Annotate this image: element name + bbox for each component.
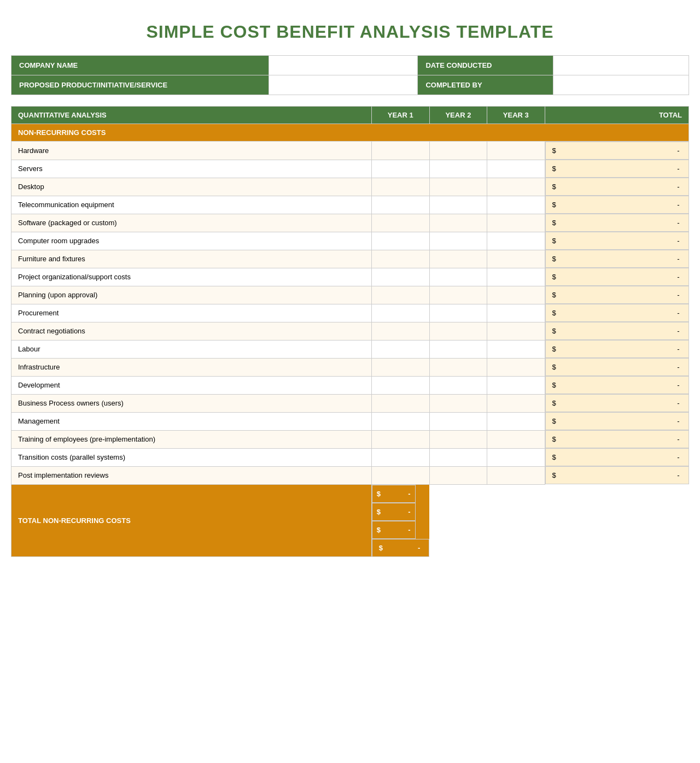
row-year1[interactable] <box>371 196 429 214</box>
dollar-sign: $ <box>379 544 383 552</box>
row-year2[interactable] <box>429 142 487 160</box>
dollar-sign: $ <box>552 453 556 461</box>
dollar-sign: $ <box>377 490 381 498</box>
row-year3[interactable] <box>487 358 545 376</box>
row-year1[interactable] <box>371 340 429 358</box>
row-label: Business Process owners (users) <box>11 394 372 412</box>
row-year2[interactable] <box>429 322 487 340</box>
row-year3[interactable] <box>487 160 545 178</box>
row-year1[interactable] <box>371 376 429 394</box>
row-year1[interactable] <box>371 250 429 268</box>
table-row: Desktop$- <box>11 178 689 196</box>
company-name-value[interactable] <box>269 56 418 75</box>
proposed-value[interactable] <box>269 75 418 95</box>
total-value: - <box>677 417 679 425</box>
row-year3[interactable] <box>487 250 545 268</box>
row-year2[interactable] <box>429 214 487 232</box>
row-year2[interactable] <box>429 340 487 358</box>
row-year1[interactable] <box>371 214 429 232</box>
dollar-sign: $ <box>552 399 556 407</box>
row-year2[interactable] <box>429 376 487 394</box>
table-row: Software (packaged or custom)$- <box>11 214 689 232</box>
total-value: - <box>677 381 679 389</box>
row-label: Project organizational/support costs <box>11 268 372 286</box>
row-year3[interactable] <box>487 430 545 448</box>
row-year3[interactable] <box>487 178 545 196</box>
row-total: $- <box>545 304 689 322</box>
dollar-sign: $ <box>377 508 381 516</box>
row-year1[interactable] <box>371 448 429 466</box>
total-value: - <box>677 435 679 443</box>
row-label: Development <box>11 376 372 394</box>
row-year2[interactable] <box>429 178 487 196</box>
row-year1[interactable] <box>371 412 429 430</box>
row-year3[interactable] <box>487 448 545 466</box>
table-row: Servers$- <box>11 160 689 178</box>
row-year2[interactable] <box>429 448 487 466</box>
row-year3[interactable] <box>487 196 545 214</box>
row-year2[interactable] <box>429 232 487 250</box>
row-year1[interactable] <box>371 358 429 376</box>
total-non-recurring-row: TOTAL NON-RECURRING COSTS$-$-$-$- <box>11 484 689 557</box>
total-year2: $- <box>372 503 416 521</box>
row-total: $- <box>545 160 689 178</box>
row-label: Procurement <box>11 304 372 322</box>
row-year2[interactable] <box>429 196 487 214</box>
row-total: $- <box>545 430 689 448</box>
row-year1[interactable] <box>371 304 429 322</box>
row-year3[interactable] <box>487 214 545 232</box>
row-year1[interactable] <box>371 232 429 250</box>
row-year2[interactable] <box>429 286 487 304</box>
row-year1[interactable] <box>371 268 429 286</box>
row-year2[interactable] <box>429 466 487 484</box>
table-row: Furniture and fixtures$- <box>11 250 689 268</box>
row-year3[interactable] <box>487 340 545 358</box>
row-year2[interactable] <box>429 250 487 268</box>
dollar-sign: $ <box>377 526 381 534</box>
row-year3[interactable] <box>487 232 545 250</box>
row-year3[interactable] <box>487 304 545 322</box>
row-label: Infrastructure <box>11 358 372 376</box>
date-conducted-value[interactable] <box>553 56 689 75</box>
row-year3[interactable] <box>487 286 545 304</box>
grand-total: $- <box>372 539 430 557</box>
row-year3[interactable] <box>487 268 545 286</box>
table-row: Planning (upon approval)$- <box>11 286 689 304</box>
dollar-sign: $ <box>552 183 556 191</box>
grand-total-val: - <box>418 544 420 552</box>
table-row: Management$- <box>11 412 689 430</box>
table-row: Procurement$- <box>11 304 689 322</box>
row-year2[interactable] <box>429 304 487 322</box>
row-year3[interactable] <box>487 412 545 430</box>
completed-by-label: COMPLETED BY <box>418 75 553 95</box>
row-year3[interactable] <box>487 394 545 412</box>
row-year2[interactable] <box>429 358 487 376</box>
table-row: Development$- <box>11 376 689 394</box>
table-row: Training of employees (pre-implementatio… <box>11 430 689 448</box>
row-year2[interactable] <box>429 412 487 430</box>
row-year1[interactable] <box>371 142 429 160</box>
row-year3[interactable] <box>487 322 545 340</box>
total-value: - <box>677 201 679 209</box>
row-year1[interactable] <box>371 322 429 340</box>
row-year1[interactable] <box>371 160 429 178</box>
row-year1[interactable] <box>371 466 429 484</box>
total-value: - <box>677 273 679 281</box>
row-year3[interactable] <box>487 466 545 484</box>
row-year1[interactable] <box>371 394 429 412</box>
row-year3[interactable] <box>487 376 545 394</box>
row-year2[interactable] <box>429 160 487 178</box>
row-year1[interactable] <box>371 178 429 196</box>
dollar-sign: $ <box>552 345 556 353</box>
row-year3[interactable] <box>487 142 545 160</box>
row-year1[interactable] <box>371 430 429 448</box>
row-total: $- <box>545 358 689 376</box>
row-year2[interactable] <box>429 268 487 286</box>
dollar-sign: $ <box>552 165 556 173</box>
row-year1[interactable] <box>371 286 429 304</box>
row-label: Post implementation reviews <box>11 466 372 484</box>
completed-by-value[interactable] <box>553 75 689 95</box>
row-year2[interactable] <box>429 394 487 412</box>
row-year2[interactable] <box>429 430 487 448</box>
section-non-recurring-label: NON-RECURRING COSTS <box>11 124 689 142</box>
